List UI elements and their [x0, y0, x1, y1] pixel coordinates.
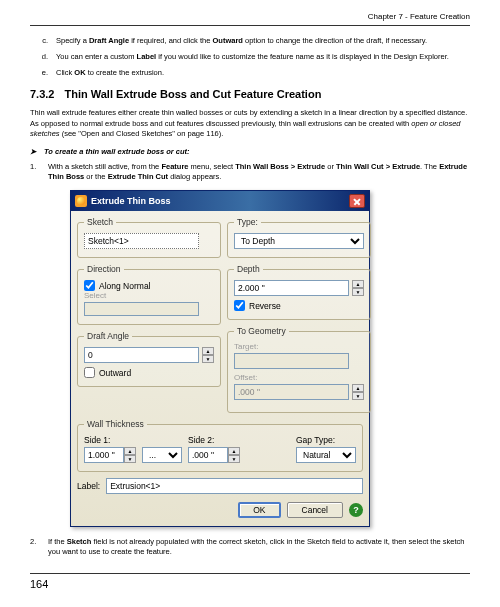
- extrude-thin-boss-dialog: Extrude Thin Boss Sketch Direction Along…: [70, 190, 370, 527]
- draft-angle-spinner[interactable]: ▲ ▼: [202, 347, 214, 363]
- step-text: If the Sketch field is not already popul…: [48, 537, 470, 557]
- ok-button[interactable]: OK: [238, 502, 280, 518]
- outward-checkbox[interactable]: [84, 367, 95, 378]
- spin-up-icon: ▲: [352, 384, 364, 392]
- step-number: 1.: [30, 162, 48, 182]
- sketch-input[interactable]: [84, 233, 199, 249]
- list-item-d: d. You can enter a custom Label if you w…: [30, 52, 470, 62]
- spin-up-icon[interactable]: ▲: [228, 447, 240, 455]
- spin-down-icon[interactable]: ▼: [352, 288, 364, 296]
- list-letter: c.: [30, 36, 56, 46]
- list-item-e: e. Click OK to create the extrusion.: [30, 68, 470, 78]
- draft-angle-group: Draft Angle ▲ ▼ Outward: [77, 331, 221, 387]
- spin-up-icon[interactable]: ▲: [352, 280, 364, 288]
- along-normal-checkbox[interactable]: [84, 280, 95, 291]
- gap-type-select[interactable]: Natural: [296, 447, 356, 463]
- intro-paragraph: Thin wall extrude features either create…: [30, 108, 470, 138]
- section-heading: 7.3.2 Thin Wall Extrude Boss and Cut Fea…: [30, 88, 470, 100]
- wall-thickness-group: Wall Thickness Side 1: ▲ ▼ ...: [77, 419, 363, 472]
- t: Click: [56, 68, 74, 77]
- direction-group: Direction Along Normal Select: [77, 264, 221, 325]
- section-number: 7.3.2: [30, 88, 54, 100]
- t: if you would like to customize the featu…: [156, 52, 449, 61]
- target-input: [234, 353, 349, 369]
- t: Thin wall extrude features either create…: [30, 108, 467, 127]
- step-text: With a sketch still active, from the Fea…: [48, 162, 470, 182]
- step-2: 2. If the Sketch field is not already po…: [30, 537, 470, 557]
- bold-label: Label: [137, 52, 157, 61]
- depth-input[interactable]: [234, 280, 349, 296]
- offset-spinner: ▲ ▼: [352, 384, 364, 400]
- spin-down-icon[interactable]: ▼: [228, 455, 240, 463]
- bold-draft-angle: Draft Angle: [89, 36, 129, 45]
- b: Sketch: [67, 537, 92, 546]
- procedure-heading: ➤ To create a thin wall extrude boss or …: [30, 147, 470, 156]
- sketch-group: Sketch: [77, 217, 221, 258]
- t: if required, and click the: [129, 36, 212, 45]
- offset-input: [234, 384, 349, 400]
- header-divider: [30, 25, 470, 26]
- sketch-legend: Sketch: [84, 217, 116, 227]
- t: . The: [420, 162, 439, 171]
- footer-divider: [30, 573, 470, 574]
- side1-label: Side 1:: [84, 435, 136, 445]
- t: to create the extrusion.: [86, 68, 164, 77]
- target-label: Target:: [234, 342, 364, 351]
- titlebar[interactable]: Extrude Thin Boss: [71, 191, 369, 211]
- list-letter: e.: [30, 68, 56, 78]
- bullet-icon: ➤: [30, 147, 36, 156]
- side2-label: Side 2:: [188, 435, 240, 445]
- to-geometry-legend: To Geometry: [234, 326, 289, 336]
- spin-down-icon: ▼: [352, 392, 364, 400]
- label-label: Label:: [77, 481, 100, 491]
- label-input[interactable]: [106, 478, 363, 494]
- type-legend: Type:: [234, 217, 261, 227]
- procedure-title: To create a thin wall extrude boss or cu…: [44, 147, 190, 156]
- step-1: 1. With a sketch still active, from the …: [30, 162, 470, 182]
- type-group: Type: To Depth: [227, 217, 371, 258]
- step-number: 2.: [30, 537, 48, 557]
- t: Specify a: [56, 36, 89, 45]
- direction-select-input: [84, 302, 199, 316]
- spin-up-icon[interactable]: ▲: [202, 347, 214, 355]
- bold-ok: OK: [74, 68, 85, 77]
- t: (see "Open and Closed Sketches" on page …: [60, 129, 224, 138]
- side1-units-select[interactable]: ...: [142, 447, 182, 463]
- b: Thin Wall Boss > Extrude: [235, 162, 325, 171]
- side2-spinner[interactable]: ▲ ▼: [228, 447, 240, 463]
- depth-group: Depth ▲ ▼ Reverse: [227, 264, 371, 320]
- cancel-button[interactable]: Cancel: [287, 502, 343, 518]
- reverse-label: Reverse: [249, 301, 281, 311]
- reverse-checkbox[interactable]: [234, 300, 245, 311]
- type-select[interactable]: To Depth: [234, 233, 364, 249]
- t: or the: [84, 172, 107, 181]
- help-icon[interactable]: ?: [349, 503, 363, 517]
- outward-label: Outward: [99, 368, 131, 378]
- list-text: Click OK to create the extrusion.: [56, 68, 470, 78]
- direction-legend: Direction: [84, 264, 124, 274]
- chapter-header: Chapter 7 - Feature Creation: [30, 12, 470, 21]
- side2-input[interactable]: [188, 447, 228, 463]
- app-icon: [75, 195, 87, 207]
- list-item-c: c. Specify a Draft Angle if required, an…: [30, 36, 470, 46]
- side1-input[interactable]: [84, 447, 124, 463]
- t: field is not already populated with the …: [48, 537, 465, 556]
- t: or: [325, 162, 336, 171]
- spin-up-icon[interactable]: ▲: [124, 447, 136, 455]
- t: option to change the direction of the dr…: [243, 36, 427, 45]
- depth-spinner[interactable]: ▲ ▼: [352, 280, 364, 296]
- t: menu, select: [188, 162, 235, 171]
- side1-spinner[interactable]: ▲ ▼: [124, 447, 136, 463]
- page-number: 164: [30, 578, 470, 590]
- offset-label: Offset:: [234, 373, 364, 382]
- t: If the: [48, 537, 67, 546]
- list-text: Specify a Draft Angle if required, and c…: [56, 36, 470, 46]
- spin-down-icon[interactable]: ▼: [124, 455, 136, 463]
- draft-angle-input[interactable]: [84, 347, 199, 363]
- list-text: You can enter a custom Label if you woul…: [56, 52, 470, 62]
- close-icon[interactable]: [349, 194, 365, 208]
- spin-down-icon[interactable]: ▼: [202, 355, 214, 363]
- list-letter: d.: [30, 52, 56, 62]
- along-normal-label: Along Normal: [99, 281, 151, 291]
- depth-legend: Depth: [234, 264, 263, 274]
